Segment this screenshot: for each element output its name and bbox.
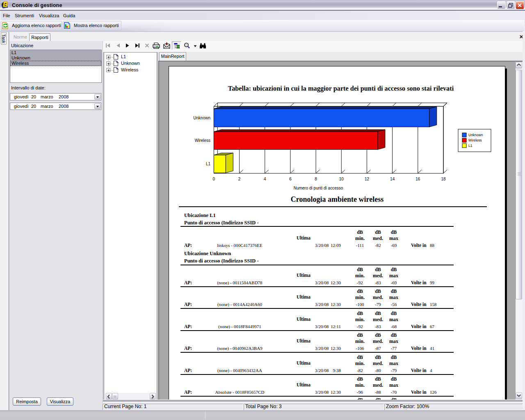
svg-text:0: 0 <box>213 177 215 181</box>
svg-text:Numero di punti di accesso: Numero di punti di accesso <box>294 186 343 190</box>
svg-text:L1: L1 <box>468 144 472 148</box>
svg-text:2: 2 <box>238 177 241 181</box>
svg-text:16: 16 <box>415 177 420 181</box>
svg-text:Unknown: Unknown <box>468 133 483 137</box>
svg-text:4: 4 <box>264 177 266 181</box>
svg-text:18: 18 <box>441 177 446 181</box>
svg-text:12: 12 <box>365 177 370 181</box>
svg-text:Wireless: Wireless <box>195 138 210 143</box>
svg-text:Wireless: Wireless <box>468 138 482 142</box>
svg-text:6: 6 <box>289 177 292 181</box>
svg-text:Unknown: Unknown <box>193 116 210 120</box>
svg-text:10: 10 <box>339 177 344 181</box>
svg-text:8: 8 <box>315 177 317 181</box>
svg-text:14: 14 <box>390 177 395 181</box>
svg-text:L1: L1 <box>206 162 211 166</box>
